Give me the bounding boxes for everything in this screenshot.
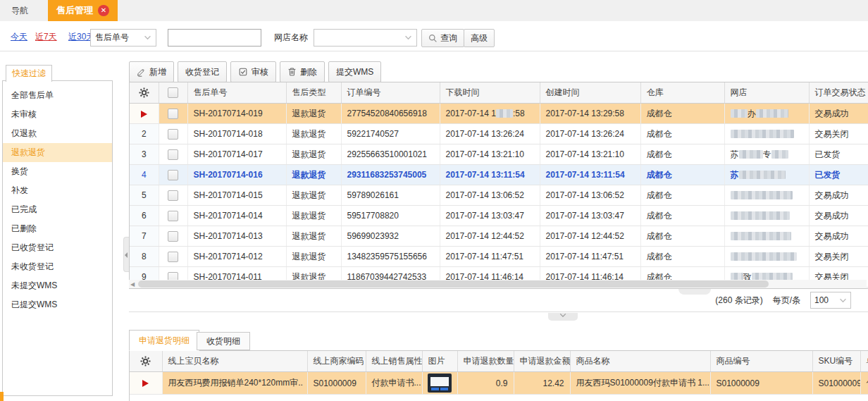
table-cell: 付款申请书... [366, 372, 422, 395]
row-index-cell: 6 [130, 206, 159, 226]
column-header[interactable]: 图片 [422, 351, 457, 372]
column-header[interactable]: 网店 [724, 82, 809, 104]
table-cell: 成都仓 [640, 165, 724, 185]
sidebar-item[interactable]: 仅退款 [3, 124, 112, 143]
keyword-input[interactable] [168, 29, 261, 47]
column-header[interactable]: 仓库 [640, 82, 724, 104]
row-index-cell: 4 [130, 165, 159, 185]
column-header[interactable]: 售后类型 [286, 82, 341, 104]
table-cell: 2017-07-14 11:47:51 [540, 247, 640, 267]
sidebar-item[interactable]: 换货 [3, 162, 112, 181]
table-cell: 12.42 [514, 372, 570, 395]
cell-text: 苏 [731, 149, 739, 159]
toolbar-button[interactable]: 收货登记 [178, 61, 227, 82]
row-checkbox-cell [159, 226, 187, 247]
close-tab-icon[interactable]: ✕ [98, 5, 109, 16]
sidebar-item[interactable]: 已提交WMS [3, 295, 112, 314]
splitter-collapse-handle[interactable] [548, 313, 578, 321]
row-checkbox[interactable] [168, 170, 178, 180]
search-field-select[interactable]: 售后单号 [90, 29, 156, 47]
sidebar-item[interactable]: 补发 [3, 181, 112, 200]
column-header[interactable]: 单 [860, 351, 868, 372]
table-row[interactable]: 用友西玛费用报销单240*120mm审..S01000009付款申请书...0.… [130, 372, 868, 395]
sidebar-item[interactable]: 退款退货 [3, 143, 112, 162]
product-thumbnail[interactable] [428, 374, 452, 393]
column-header[interactable]: 申请退款金额 [514, 351, 570, 372]
column-header[interactable]: 创建时间 [540, 82, 640, 104]
scrollbar-thumb[interactable] [138, 280, 769, 288]
sidebar-collapse-handle[interactable] [123, 237, 129, 272]
column-header[interactable]: 线上宝贝名称 [162, 351, 307, 372]
sidebar-item[interactable]: 已收货登记 [3, 238, 112, 257]
row-checkbox[interactable] [168, 252, 178, 262]
row-checkbox[interactable] [168, 231, 178, 242]
row-checkbox[interactable] [168, 211, 178, 221]
toolbar-button[interactable]: 提交WMS [328, 61, 381, 82]
sidebar-item[interactable]: 已完成 [3, 200, 112, 219]
table-row[interactable]: 4SH-20170714-016退款退货29311683253745005201… [130, 165, 868, 185]
table-row[interactable]: 2SH-20170714-018退款退货592217405272017-07-1… [130, 124, 868, 144]
row-checkbox[interactable] [168, 129, 178, 140]
column-header[interactable]: 申请退款数量 [457, 351, 514, 372]
table-cell: 成都仓 [640, 144, 724, 165]
column-settings-button[interactable] [130, 82, 159, 104]
toolbar-button[interactable]: 审核 [230, 61, 276, 82]
toolbar-button-label: 提交WMS [336, 66, 373, 78]
tab-return-request-detail[interactable]: 申请退货明细 [129, 330, 199, 351]
shop-select[interactable] [314, 29, 417, 47]
tab-receive-detail[interactable]: 收货明细 [197, 332, 250, 350]
cell-text: 专 [763, 149, 771, 159]
query-button[interactable]: 查询 [421, 29, 464, 47]
add-button[interactable]: 新增 [129, 61, 174, 82]
table-row[interactable]: SH-20170714-019退款退货277545208406569182017… [130, 104, 868, 124]
table-cell: 退款退货 [286, 124, 341, 144]
sidebar-item[interactable]: 已删除 [3, 219, 112, 238]
table-row[interactable]: 8SH-20170714-012退款退货13482359575155656201… [130, 247, 868, 267]
scroll-left-arrow-icon[interactable]: ◀ [130, 281, 135, 288]
column-header[interactable]: 线上销售属性 [366, 351, 422, 372]
quick-range-7days[interactable]: 近7天 [35, 31, 57, 43]
column-settings-button[interactable] [130, 351, 162, 372]
sidebar-item[interactable]: 未提交WMS [3, 276, 112, 295]
table-row[interactable]: 3SH-20170714-017退款退货29255663510001021201… [130, 144, 868, 165]
per-page-select[interactable]: 100 [810, 292, 851, 309]
row-checkbox-cell [159, 185, 187, 206]
corner-accent-strip [0, 392, 4, 401]
column-header[interactable]: 商品名称 [570, 351, 710, 372]
row-index-cell: 2 [130, 124, 159, 144]
sidebar-item[interactable]: 未收货登记 [3, 257, 112, 276]
column-header[interactable]: 订单交易状态 [809, 82, 868, 104]
column-header[interactable]: 售后单号 [187, 82, 286, 104]
advanced-button[interactable]: 高级 [464, 29, 495, 47]
table-cell: 59789026161 [341, 185, 440, 206]
table-cell: 已发货 [809, 165, 868, 185]
sidebar-item[interactable]: 全部售后单 [3, 86, 112, 105]
select-all-checkbox[interactable] [168, 87, 178, 98]
table-cell: 苏专 [724, 144, 809, 165]
column-header[interactable]: 线上商家编码 [307, 351, 366, 372]
tab-aftersales-active[interactable]: 售后管理 ✕ [48, 0, 118, 21]
table-cell: SH-20170714-017 [187, 144, 286, 165]
table-cell: 29311683253745005 [341, 165, 440, 185]
table-row[interactable]: 6SH-20170714-014退款退货595177088202017-07-1… [130, 206, 868, 226]
column-header[interactable]: 商品编号 [710, 351, 812, 372]
column-header[interactable]: SKU编号 [812, 351, 860, 372]
tab-navigation[interactable]: 导航 [11, 0, 28, 21]
table-row[interactable]: 7SH-20170714-013退款退货596990239322017-07-1… [130, 226, 868, 247]
sidebar-item[interactable]: 未审核 [3, 105, 112, 124]
column-header[interactable]: 订单编号 [341, 82, 440, 104]
chevron-down-icon [559, 313, 566, 318]
column-header[interactable]: 下载时间 [440, 82, 540, 104]
advanced-button-label: 高级 [471, 32, 488, 44]
horizontal-scrollbar[interactable]: ◀ [129, 280, 867, 288]
row-index-cell [130, 372, 162, 395]
table-row[interactable]: 5SH-20170714-015退款退货597890261612017-07-1… [130, 185, 868, 206]
row-checkbox[interactable] [168, 149, 178, 160]
quick-filter-tab[interactable]: 快速过滤 [6, 65, 52, 82]
row-checkbox[interactable] [168, 190, 178, 201]
quick-range-today[interactable]: 今天 [11, 31, 27, 43]
toolbar-button[interactable]: 删除 [280, 61, 325, 82]
row-checkbox[interactable] [168, 109, 178, 119]
table-cell: 用友西玛费用报销单240*120mm审.. [162, 372, 307, 395]
cell-text: :58 [513, 109, 525, 118]
